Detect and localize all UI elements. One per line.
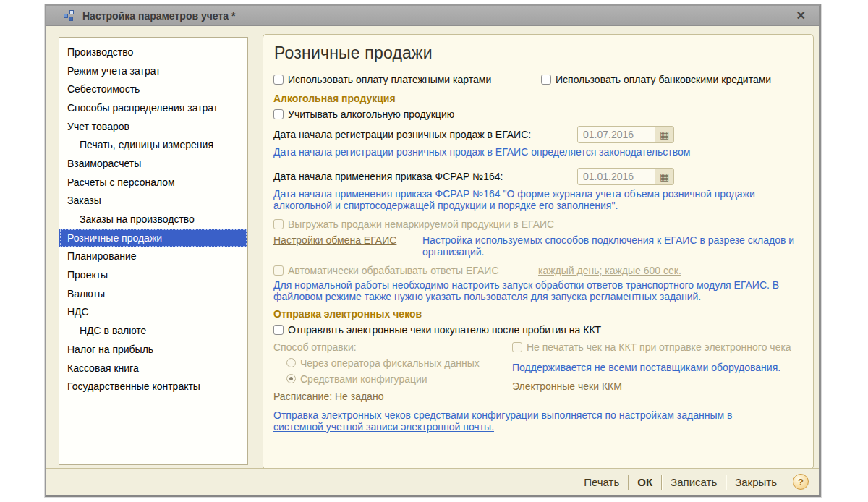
sidebar-item[interactable]: Расчеты с персоналом bbox=[59, 173, 247, 192]
sidebar-item[interactable]: Печать, единицы измерения bbox=[59, 135, 247, 154]
section-header-receipts: Отправка электронных чеков bbox=[273, 308, 803, 320]
auto-process-row: Автоматически обрабатывать ответы ЕГАИС … bbox=[273, 265, 803, 276]
kkm-receipts-link[interactable]: Электронные чеки ККМ bbox=[512, 380, 803, 392]
egais-date-hint: Дата начала регистрации розничных продаж… bbox=[273, 146, 803, 158]
sidebar-item[interactable]: НДС в валюте bbox=[59, 321, 247, 340]
window-title: Настройка параметров учета * bbox=[82, 10, 789, 22]
send-method-column: Способ отправки: Через оператора фискаль… bbox=[273, 341, 512, 402]
fsrar-date-value: 01.01.2016 bbox=[578, 169, 655, 184]
checkbox-box[interactable] bbox=[273, 75, 284, 85]
fsrar-date-row: Дата начала применения приказа ФСРАР №16… bbox=[273, 168, 803, 185]
checkbox-bank-credits[interactable]: Использовать оплату банковскими кредитам… bbox=[541, 74, 771, 85]
checkbox-label: Не печатать чек на ККТ при отправке элек… bbox=[527, 341, 791, 353]
sidebar-item[interactable]: Планирование bbox=[59, 247, 247, 266]
help-icon[interactable]: ? bbox=[793, 474, 809, 490]
checkbox-box[interactable] bbox=[273, 109, 284, 119]
auto-process-schedule-link: каждый день; каждые 600 сек. bbox=[538, 265, 681, 276]
sidebar-item[interactable]: Взаиморасчеты bbox=[59, 154, 247, 173]
section-header-alcohol: Алкогольная продукция bbox=[273, 93, 803, 104]
sidebar-item[interactable]: Государственные контракты bbox=[59, 377, 247, 396]
retail-sales-panel: Розничные продажи Использовать оплату пл… bbox=[263, 34, 814, 469]
radio-circle bbox=[286, 358, 296, 367]
egais-date-row: Дата начала регистрации розничных продаж… bbox=[273, 126, 803, 143]
receipt-print-column: Не печатать чек на ККТ при отправке элек… bbox=[512, 341, 803, 392]
exchange-settings-link[interactable]: Настройки обмена ЕГАИС bbox=[273, 234, 422, 246]
checkbox-label: Выгружать продажи немаркируемой продукци… bbox=[288, 218, 554, 230]
schedule-link[interactable]: Расписание: Не задано bbox=[273, 391, 512, 402]
exchange-settings-row: Настройки обмена ЕГАИС Настройка использ… bbox=[273, 234, 803, 258]
checkbox-auto-process: Автоматически обрабатывать ответы ЕГАИС bbox=[273, 265, 538, 276]
checkbox-track-alcohol[interactable]: Учитывать алкогольную продукцию bbox=[273, 109, 803, 120]
ok-button[interactable]: ОК bbox=[629, 474, 661, 490]
egais-date-value: 01.07.2016 bbox=[578, 127, 655, 142]
sections-list: ПроизводствоРежим учета затратСебестоимо… bbox=[59, 37, 248, 465]
checkbox-unmarked-sales: Выгружать продажи немаркируемой продукци… bbox=[273, 218, 803, 230]
receipts-columns: Способ отправки: Через оператора фискаль… bbox=[273, 341, 803, 402]
email-settings-link[interactable]: Отправка электронных чеков средствами ко… bbox=[273, 409, 784, 433]
radio-circle-selected bbox=[286, 374, 296, 383]
sidebar-item[interactable]: НДС bbox=[59, 303, 247, 322]
page-title: Розничные продажи bbox=[274, 43, 803, 63]
sidebar-item[interactable]: Учет товаров bbox=[59, 117, 247, 136]
fsrar-date-field: 01.01.2016 ▦ bbox=[577, 168, 674, 185]
close-button[interactable]: Закрыть bbox=[726, 474, 786, 490]
send-method-label: Способ отправки: bbox=[273, 341, 512, 353]
checkbox-box[interactable] bbox=[541, 75, 551, 85]
sidebar-item[interactable]: Заказы на производство bbox=[59, 210, 247, 229]
calendar-icon: ▦ bbox=[655, 169, 673, 184]
fsrar-date-label: Дата начала применения приказа ФСРАР №16… bbox=[273, 171, 577, 182]
sidebar-item[interactable]: Производство bbox=[59, 43, 247, 61]
title-bar: Настройка параметров учета * ✕ bbox=[46, 6, 819, 26]
sidebar-item[interactable]: Валюты bbox=[59, 284, 247, 303]
sidebar-item-selected[interactable]: Розничные продажи bbox=[59, 229, 247, 247]
checkbox-box bbox=[512, 342, 522, 352]
sidebar-item[interactable]: Налог на прибыль bbox=[59, 340, 247, 359]
close-icon[interactable]: ✕ bbox=[789, 9, 813, 22]
checkbox-box bbox=[273, 219, 284, 229]
sidebar-item[interactable]: Себестоимость bbox=[59, 80, 247, 98]
checkbox-no-print: Не печатать чек на ККТ при отправке элек… bbox=[512, 341, 803, 353]
print-button[interactable]: Печать bbox=[575, 474, 628, 490]
sidebar-item[interactable]: Заказы bbox=[59, 192, 247, 210]
window-body: ПроизводствоРежим учета затратСебестоимо… bbox=[46, 27, 819, 495]
settings-window: Настройка параметров учета * ✕ Производс… bbox=[45, 4, 821, 497]
checkbox-payment-cards[interactable]: Использовать оплату платежными картами bbox=[273, 74, 541, 85]
fsrar-date-hint: Дата начала применения приказа ФСРАР №16… bbox=[273, 188, 803, 211]
checkbox-label: Использовать оплату платежными картами bbox=[288, 74, 491, 85]
support-hint: Поддерживается не всеми поставщиками обо… bbox=[512, 362, 803, 373]
save-button[interactable]: Записать bbox=[662, 474, 726, 490]
egais-date-field: 01.07.2016 ▦ bbox=[577, 126, 674, 143]
checkbox-box bbox=[273, 265, 284, 276]
egais-date-label: Дата начала регистрации розничных продаж… bbox=[273, 129, 577, 140]
sidebar-item[interactable]: Кассовая книга bbox=[59, 359, 247, 378]
dialog-button-bar: Печать ОК Записать Закрыть ? bbox=[46, 468, 819, 495]
sidebar-item[interactable]: Проекты bbox=[59, 265, 247, 284]
checkbox-label: Автоматически обрабатывать ответы ЕГАИС bbox=[288, 265, 499, 276]
radio-via-ofd: Через оператора фискальных данных bbox=[286, 357, 512, 369]
checkbox-send-receipts[interactable]: Отправлять электронные чеки покупателю п… bbox=[273, 324, 803, 336]
calendar-icon: ▦ bbox=[655, 127, 673, 142]
checkbox-label: Отправлять электронные чеки покупателю п… bbox=[288, 324, 601, 336]
checkbox-label: Использовать оплату банковскими кредитам… bbox=[556, 74, 771, 85]
1c-form-icon bbox=[64, 10, 76, 22]
sidebar-item[interactable]: Способы распределения затрат bbox=[59, 98, 247, 117]
sidebar-item[interactable]: Режим учета затрат bbox=[59, 61, 247, 80]
checkbox-box[interactable] bbox=[273, 325, 284, 335]
radio-label: Средствами конфигурации bbox=[300, 373, 427, 385]
radio-via-config: Средствами конфигурации bbox=[286, 373, 512, 385]
exchange-settings-hint: Настройка используемых способов подключе… bbox=[422, 234, 803, 258]
checkbox-label: Учитывать алкогольную продукцию bbox=[288, 109, 454, 120]
radio-label: Через оператора фискальных данных bbox=[300, 357, 480, 369]
auto-process-hint: Для нормальной работы необходимо настрои… bbox=[273, 279, 803, 302]
